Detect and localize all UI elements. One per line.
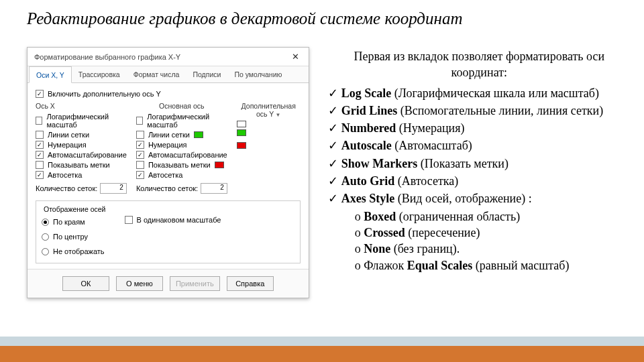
item-log: Log Scale (Логарифмическая шкала или мас… — [328, 85, 631, 101]
y-gridcount-label: Количество сеток: — [136, 184, 198, 192]
y-num-check[interactable] — [136, 141, 144, 149]
dialog-titlebar: Форматирование выбранного графика X-Y ✕ — [28, 48, 309, 66]
y-grid-color[interactable] — [194, 131, 203, 138]
help-button[interactable]: Справка — [227, 276, 274, 291]
dialog-title-text: Форматирование выбранного графика X-Y — [34, 53, 180, 61]
y-log-label: Логарифмический масштаб — [147, 113, 227, 129]
slide-title: Редактирование графиков в декартовой сис… — [0, 0, 644, 28]
tab-labels[interactable]: Подписи — [186, 66, 227, 82]
item-autogrid: Auto Grid (Автосетка) — [328, 173, 631, 189]
radio-crossed[interactable] — [42, 233, 49, 241]
label-none: Не отображать — [53, 247, 105, 255]
y-autogrid-check[interactable] — [136, 171, 144, 179]
ok-button[interactable]: ОК — [62, 276, 109, 291]
x-markers-check[interactable] — [36, 161, 44, 169]
item-markers: Show Markers (Показать метки) — [328, 156, 631, 172]
y-grid-label: Линии сетки — [148, 131, 190, 139]
dialog-tabs: Оси X, Y Трассировка Формат числа Подпис… — [28, 66, 309, 83]
axes-style-group: Отображение осей По краям По центру Не о… — [36, 200, 301, 263]
y-autogrid-label: Автосетка — [148, 171, 182, 179]
close-icon[interactable]: ✕ — [290, 52, 302, 62]
y-log-check[interactable] — [136, 117, 143, 125]
y2-grid-color[interactable] — [237, 129, 246, 136]
tab-defaults[interactable]: По умолчанию — [227, 66, 288, 82]
radio-boxed[interactable] — [42, 219, 49, 226]
checkbox-equal-scale[interactable] — [125, 216, 133, 224]
y-marker-color[interactable] — [215, 162, 224, 168]
sub-crossed: Crossed (пересечение) — [355, 225, 631, 241]
x-grid-label: Линии сетки — [48, 131, 89, 139]
y-auto-check[interactable] — [136, 151, 144, 159]
tab-trace[interactable]: Трассировка — [72, 66, 127, 82]
item-grid: Grid Lines (Вспомогательные линии, линия… — [328, 103, 631, 119]
x-grid-check[interactable] — [36, 131, 44, 139]
label-crossed: По центру — [53, 233, 88, 241]
y-auto-label: Автомасштабирование — [148, 151, 227, 159]
x-log-check[interactable] — [36, 117, 42, 125]
format-dialog: Форматирование выбранного графика X-Y ✕ … — [27, 47, 309, 298]
sub-equal: Флажок Equal Scales (равный масштаб) — [355, 257, 631, 274]
apply-button[interactable]: Применить — [170, 276, 220, 291]
footer-bar — [0, 346, 644, 362]
sub-none: None (без границ). — [355, 241, 631, 257]
item-axes-style: Axes Style (Вид осей, отображение) : — [328, 190, 631, 206]
y-markers-check[interactable] — [136, 161, 144, 169]
item-numbered: Numbered (Нумерация) — [328, 120, 631, 136]
explain-intro: Первая из вкладок позволяет форматироват… — [328, 48, 631, 81]
x-auto-check[interactable] — [36, 151, 44, 159]
header-primary-axis[interactable]: Основная ось — [136, 102, 227, 110]
y-gridcount-input[interactable]: 2 — [201, 183, 227, 194]
radio-none[interactable] — [42, 248, 49, 255]
y2-marker-color[interactable] — [237, 142, 246, 149]
x-num-label: Нумерация — [48, 141, 87, 149]
x-auto-label: Автомасштабирование — [48, 151, 127, 159]
x-autogrid-check[interactable] — [36, 171, 44, 179]
x-markers-label: Показывать метки — [48, 161, 110, 169]
x-autogrid-label: Автосетка — [48, 171, 82, 179]
y-num-label: Нумерация — [148, 141, 187, 149]
checkbox-extra-axis[interactable] — [36, 90, 44, 98]
header-secondary-axis[interactable]: Дополнительная ось Y — [237, 102, 301, 118]
y2-log-color[interactable] — [237, 121, 246, 127]
sub-boxed: Boxed (ограниченная область) — [355, 208, 631, 225]
axes-style-legend: Отображение осей — [42, 205, 107, 213]
label-boxed: По краям — [53, 218, 85, 226]
item-autoscale: Autoscale (Автомасштаб) — [328, 137, 631, 154]
x-gridcount-label: Количество сеток: — [36, 184, 97, 192]
x-gridcount-input[interactable]: 2 — [100, 183, 127, 194]
y-markers-label: Показывать метки — [148, 161, 211, 169]
label-equal-scale: В одинаковом масштабе — [137, 216, 221, 224]
label-extra-axis: Включить дополнительную ось Y — [48, 90, 161, 98]
header-x-axis: Ось X — [36, 102, 127, 110]
about-button[interactable]: О меню — [116, 276, 163, 291]
explanation-text: Первая из вкладок позволяет форматироват… — [328, 47, 631, 298]
x-num-check[interactable] — [36, 141, 44, 149]
tab-number-format[interactable]: Формат числа — [127, 66, 186, 82]
tab-axes[interactable]: Оси X, Y — [29, 66, 72, 83]
y-grid-check[interactable] — [136, 131, 144, 139]
x-log-label: Логарифмический масштаб — [46, 113, 126, 129]
